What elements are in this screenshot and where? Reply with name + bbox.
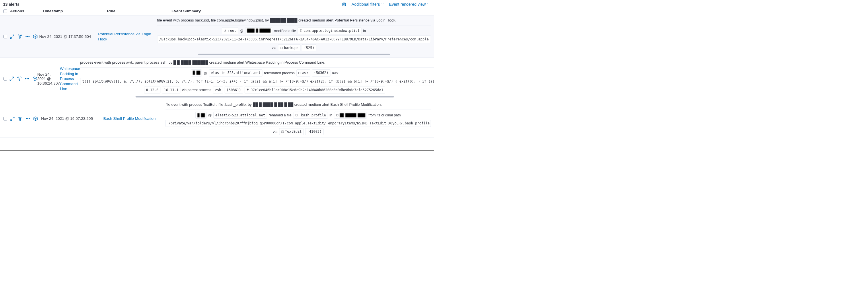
session-icon[interactable] xyxy=(25,34,30,39)
terminal-icon xyxy=(280,46,283,49)
expand-icon[interactable] xyxy=(10,34,14,39)
chevron-down-icon xyxy=(427,3,430,6)
horizontal-scrollbar[interactable] xyxy=(198,54,390,55)
alert-count: 13 alerts xyxy=(3,2,20,7)
additional-filters-button[interactable]: Additional filters xyxy=(352,2,384,7)
event-detail: █ ██ @ elastic-523.attlocal.net renamed … xyxy=(165,109,431,135)
session-icon[interactable] xyxy=(25,76,30,81)
document-icon xyxy=(295,114,298,117)
cube-icon[interactable] xyxy=(32,76,37,81)
expand-icon[interactable] xyxy=(9,76,14,81)
timestamp-value: Nov 24, 2021 @ 16:07:23.205 xyxy=(41,116,93,121)
pid-pill[interactable]: (41002) xyxy=(305,128,323,135)
column-rule: Rule xyxy=(107,9,115,13)
event-detail: root @ ████ █ ██████ modified a file com… xyxy=(157,25,431,51)
rule-link[interactable]: Potential Persistence via Login Hook xyxy=(98,32,157,41)
process-pill[interactable]: TextEdit xyxy=(279,128,304,135)
host-pill[interactable]: ████ █ ██████ xyxy=(245,27,272,34)
user-pill[interactable]: root xyxy=(222,27,238,34)
analyze-icon[interactable] xyxy=(18,34,22,39)
host-pill[interactable]: elastic-523.attlocal.net xyxy=(209,70,262,76)
column-timestamp: Timestamp xyxy=(42,9,63,13)
user-pill[interactable]: █ ██ xyxy=(196,112,207,119)
parent-pid-pill[interactable]: (50361) xyxy=(225,87,243,94)
row-checkbox[interactable] xyxy=(3,35,7,38)
terminal-icon xyxy=(298,71,301,74)
session-icon[interactable] xyxy=(25,116,30,121)
timeline-inspect-icon[interactable] xyxy=(342,2,346,7)
cube-icon[interactable] xyxy=(33,34,38,39)
pid-pill[interactable]: (525) xyxy=(302,44,316,51)
expand-icon[interactable] xyxy=(10,116,14,121)
select-all-checkbox[interactable] xyxy=(3,9,7,13)
rule-link[interactable]: Whitespace Padding in Process Command Li… xyxy=(60,66,80,92)
user-icon xyxy=(224,29,227,32)
document-icon xyxy=(300,29,302,32)
version-pill[interactable]: 16.11.1 xyxy=(162,87,180,94)
timestamp-value: Nov 24, 2021 @ 17:37:59.504 xyxy=(39,34,91,39)
cube-icon[interactable] xyxy=(33,116,38,121)
horizontal-scrollbar[interactable] xyxy=(135,96,394,97)
pid-pill[interactable]: (50362) xyxy=(312,70,331,76)
column-summary: Event Summary xyxy=(172,9,201,13)
analyze-icon[interactable] xyxy=(18,116,22,121)
row-checkbox[interactable] xyxy=(3,117,7,121)
chevron-down-icon xyxy=(381,3,384,6)
hash-pill[interactable]: # 97c1ce046bf8bc908c15c6c9b2d140840b8620… xyxy=(245,87,385,94)
view-mode-label: Event rendered view xyxy=(389,2,426,7)
divider: | xyxy=(22,2,24,7)
terminal-icon xyxy=(281,130,284,133)
analyze-icon[interactable] xyxy=(17,76,22,81)
column-actions: Actions xyxy=(10,9,24,13)
document-icon xyxy=(336,114,339,117)
table-row: Nov 24, 2021 @ 16:36:24.307 Whitespace P… xyxy=(0,58,434,100)
process-pill[interactable]: backupd xyxy=(278,44,301,51)
view-mode-select[interactable]: Event rendered view xyxy=(389,2,430,7)
cmdline-pill[interactable]: t(1) split(ARGV[1], a, /\./); split(ARGV… xyxy=(80,78,434,85)
event-detail: █ ██ @ elastic-523.attlocal.net terminat… xyxy=(80,67,434,94)
event-summary-text: file event with process TextEdit, file .… xyxy=(165,102,431,107)
event-summary-text: file event with process backupd, file co… xyxy=(157,18,431,23)
timestamp-value: Nov 24, 2021 @ 16:36:24.307 xyxy=(37,72,60,86)
path-pill[interactable]: /private/var/folders/vl/3hgrbnbs207ffmjb… xyxy=(165,120,431,127)
dir-pill[interactable]: ██ ██████ ████ xyxy=(334,112,367,119)
additional-filters-label: Additional filters xyxy=(352,2,380,7)
event-summary-text: process event with process awk, parent p… xyxy=(80,60,434,65)
user-pill[interactable]: █ ██ xyxy=(191,70,202,76)
file-pill[interactable]: .bash_profile xyxy=(293,112,328,119)
row-checkbox[interactable] xyxy=(3,77,7,80)
file-pill[interactable]: com.apple.loginwindow.plist xyxy=(298,27,362,34)
version-pill[interactable]: 0.12.0 xyxy=(144,87,160,94)
table-header: Actions Timestamp Rule Event Summary xyxy=(0,8,434,15)
table-row: Nov 24, 2021 @ 17:37:59.504 Potential Pe… xyxy=(0,15,434,58)
table-row: Nov 24, 2021 @ 16:07:23.205 Bash Shell P… xyxy=(0,100,434,137)
process-pill[interactable]: awk xyxy=(296,70,310,76)
rule-link[interactable]: Bash Shell Profile Modification xyxy=(103,116,155,121)
toolbar: 13 alerts | Additional filters Event ren… xyxy=(0,0,434,8)
path-pill[interactable]: /Backups.backupdb/elastic-523/2021-11-24… xyxy=(157,36,431,43)
parent-process-pill[interactable]: zsh xyxy=(213,87,223,94)
host-pill[interactable]: elastic-523.attlocal.net xyxy=(213,112,267,119)
